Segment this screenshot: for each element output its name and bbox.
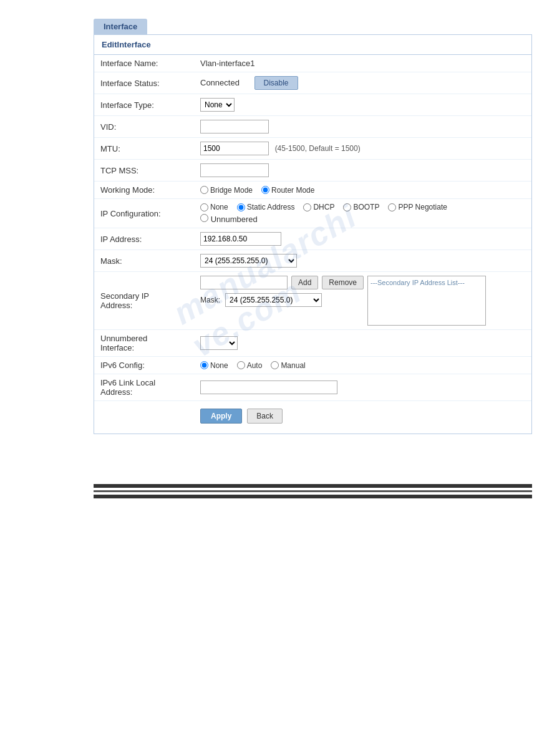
radio-ipv6-auto[interactable]: Auto — [237, 361, 263, 370]
label-mask: Mask: — [94, 250, 194, 272]
value-vid — [194, 116, 531, 138]
ipv6-none-label: None — [210, 361, 228, 370]
label-working-mode: Working Mode: — [94, 182, 194, 199]
dhcp-radio[interactable] — [303, 203, 311, 211]
add-button[interactable]: Add — [291, 276, 318, 289]
vid-input[interactable] — [200, 120, 269, 133]
secondary-ip-input[interactable] — [200, 276, 288, 289]
radio-bootp[interactable]: BOOTP — [343, 203, 379, 211]
value-actions: Apply Back — [194, 401, 531, 434]
status-text: Connected — [200, 78, 240, 87]
disable-button[interactable]: Disable — [254, 76, 298, 90]
bootp-radio[interactable] — [343, 203, 351, 211]
divider-1 — [94, 484, 532, 488]
ipv6-auto-label: Auto — [247, 361, 263, 370]
radio-static[interactable]: Static Address — [237, 203, 295, 211]
apply-button[interactable]: Apply — [200, 409, 242, 424]
unnumbered-interface-select[interactable] — [200, 336, 238, 350]
content-area: Interface EditInterface Interface Name: … — [0, 0, 557, 498]
secondary-ip-list: ---Secondary IP Address List--- — [367, 276, 486, 326]
row-unnumbered-interface: UnnumberedInterface: — [94, 330, 531, 357]
label-interface-name: Interface Name: — [94, 55, 194, 72]
ipv6-config-group: None Auto Manual — [200, 361, 525, 370]
row-vid: VID: — [94, 116, 531, 138]
row-mtu: MTU: (45-1500, Default = 1500) — [94, 138, 531, 160]
label-unnumbered-interface: UnnumberedInterface: — [94, 330, 194, 357]
value-working-mode: Bridge Mode Router Mode — [194, 182, 531, 199]
row-ipv6-link-local: IPv6 Link LocalAddress: — [94, 374, 531, 401]
bridge-mode-label: Bridge Mode — [210, 186, 253, 195]
value-ipv6-link-local — [194, 374, 531, 401]
interface-type-select[interactable]: None — [200, 98, 235, 112]
radio-unnumbered[interactable]: Unnumbered — [200, 215, 258, 224]
ip-address-input[interactable] — [200, 232, 281, 246]
none-label: None — [210, 203, 228, 211]
value-mask: 24 (255.255.255.0) — [194, 250, 531, 272]
radio-dhcp[interactable]: DHCP — [303, 203, 334, 211]
radio-bridge-mode[interactable]: Bridge Mode — [200, 186, 253, 195]
secondary-mask-select[interactable]: 24 (255.255.255.0) — [225, 293, 322, 307]
value-ip-config: None Static Address DHCP — [194, 199, 531, 228]
mtu-note: (45-1500, Default = 1500) — [275, 144, 361, 153]
ipv6-link-local-input[interactable] — [200, 380, 337, 394]
section-header: EditInterface — [94, 35, 531, 55]
value-secondary-ip: Add Remove Mask: 24 (255.255.255.0) — [194, 272, 531, 330]
radio-ipv6-manual[interactable]: Manual — [271, 361, 305, 370]
label-ipv6-link-local: IPv6 Link LocalAddress: — [94, 374, 194, 401]
ipv6-manual-radio[interactable] — [271, 361, 279, 369]
value-mtu: (45-1500, Default = 1500) — [194, 138, 531, 160]
radio-router-mode[interactable]: Router Mode — [261, 186, 314, 195]
none-radio[interactable] — [200, 203, 208, 211]
static-label: Static Address — [247, 203, 295, 211]
ipv6-auto-radio[interactable] — [237, 361, 245, 369]
secondary-mask-label: Mask: — [200, 296, 220, 304]
ipv6-manual-label: Manual — [281, 361, 305, 370]
value-unnumbered-interface — [194, 330, 531, 357]
label-mtu: MTU: — [94, 138, 194, 160]
label-ip-config: IP Configuration: — [94, 199, 194, 228]
dhcp-label: DHCP — [313, 203, 334, 211]
router-mode-label: Router Mode — [271, 186, 314, 195]
label-interface-status: Interface Status: — [94, 72, 194, 94]
bootp-label: BOOTP — [353, 203, 379, 211]
ipv6-none-radio[interactable] — [200, 361, 208, 369]
label-tcp-mss: TCP MSS: — [94, 160, 194, 182]
divider-3 — [94, 495, 532, 498]
working-mode-group: Bridge Mode Router Mode — [200, 186, 525, 195]
bottom-dividers — [94, 484, 532, 498]
row-interface-name: Interface Name: Vlan-interface1 — [94, 55, 531, 72]
radio-ipv6-none[interactable]: None — [200, 361, 228, 370]
mtu-input[interactable] — [200, 142, 269, 155]
unnumbered-radio[interactable] — [200, 214, 208, 222]
label-vid: VID: — [94, 116, 194, 138]
ppp-radio[interactable] — [388, 203, 396, 211]
label-ip-address: IP Address: — [94, 228, 194, 250]
row-interface-status: Interface Status: Connected Disable — [94, 72, 531, 94]
value-interface-name: Vlan-interface1 — [194, 55, 531, 72]
radio-none[interactable]: None — [200, 203, 228, 211]
mask-select[interactable]: 24 (255.255.255.0) — [200, 254, 297, 268]
row-mask: Mask: 24 (255.255.255.0) — [94, 250, 531, 272]
row-ipv6-config: IPv6 Config: None Auto — [94, 357, 531, 374]
tab-interface[interactable]: Interface — [94, 19, 147, 34]
label-secondary-ip: Secondary IPAddress: — [94, 272, 194, 330]
tab-bar: Interface — [94, 19, 532, 34]
row-interface-type: Interface Type: None — [94, 94, 531, 116]
row-ip-config: IP Configuration: None Static Address — [94, 199, 531, 228]
form-table: Interface Name: Vlan-interface1 Interfac… — [94, 55, 531, 434]
remove-button[interactable]: Remove — [322, 276, 364, 289]
tcp-mss-input[interactable] — [200, 163, 269, 177]
value-ip-address — [194, 228, 531, 250]
row-secondary-ip: Secondary IPAddress: Add Remove Mask: — [94, 272, 531, 330]
divider-2 — [94, 490, 532, 492]
bridge-mode-radio[interactable] — [200, 186, 208, 194]
router-mode-radio[interactable] — [261, 186, 269, 194]
radio-ppp[interactable]: PPP Negotiate — [388, 203, 447, 211]
value-ipv6-config: None Auto Manual — [194, 357, 531, 374]
main-panel: EditInterface Interface Name: Vlan-inter… — [94, 34, 532, 434]
row-working-mode: Working Mode: Bridge Mode Router Mode — [94, 182, 531, 199]
label-ipv6-config: IPv6 Config: — [94, 357, 194, 374]
label-actions — [94, 401, 194, 434]
static-radio[interactable] — [237, 203, 245, 211]
back-button[interactable]: Back — [247, 409, 283, 424]
